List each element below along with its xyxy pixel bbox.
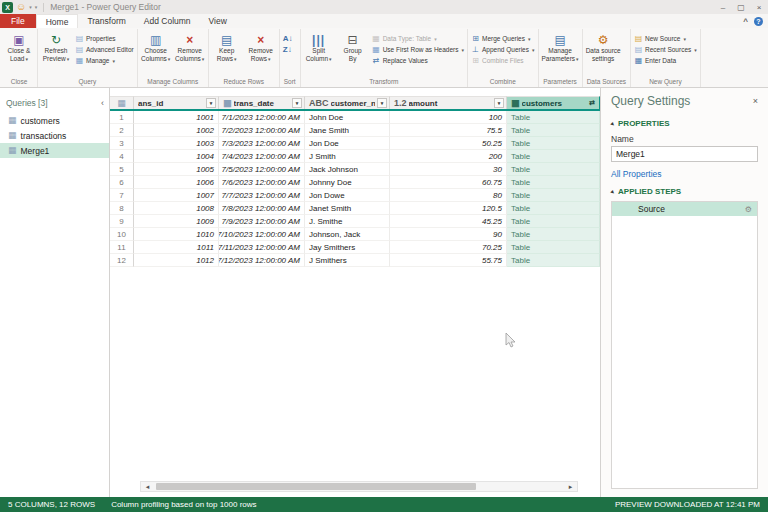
row-number[interactable]: 7 bbox=[110, 189, 134, 202]
cell-customers[interactable]: Table bbox=[507, 215, 600, 228]
cell-trans-date[interactable]: 7/11/2023 12:00:00 AM bbox=[219, 241, 305, 254]
cell-customer-name[interactable]: Janet Smith bbox=[305, 202, 390, 215]
tab-file[interactable]: File bbox=[0, 14, 36, 28]
row-number[interactable]: 1 bbox=[110, 111, 134, 124]
applied-step-source[interactable]: Source⚙ bbox=[612, 202, 757, 216]
cell-trans-date[interactable]: 7/1/2023 12:00:00 AM bbox=[219, 111, 305, 124]
row-number[interactable]: 9 bbox=[110, 215, 134, 228]
keep-rows-button[interactable]: ▤KeepRows▾ bbox=[210, 29, 244, 77]
row-number[interactable]: 2 bbox=[110, 124, 134, 137]
properties-button[interactable]: ▤Properties bbox=[73, 33, 136, 44]
cell-customer-name[interactable]: Jay Smithers bbox=[305, 241, 390, 254]
sidebar-item-transactions[interactable]: ▦transactions bbox=[0, 128, 109, 143]
cell-amount[interactable]: 70.25 bbox=[390, 241, 507, 254]
cell-ans-id[interactable]: 1003 bbox=[134, 137, 219, 150]
cell-customers[interactable]: Table bbox=[507, 163, 600, 176]
cell-amount[interactable]: 80 bbox=[390, 189, 507, 202]
column-header-customers[interactable]: ▦customers⇄ bbox=[507, 96, 600, 109]
row-number[interactable]: 11 bbox=[110, 241, 134, 254]
all-properties-link[interactable]: All Properties bbox=[611, 169, 758, 179]
cell-amount[interactable]: 30 bbox=[390, 163, 507, 176]
cell-customer-name[interactable]: J Smith bbox=[305, 150, 390, 163]
row-number[interactable]: 8 bbox=[110, 202, 134, 215]
split-column-button[interactable]: |||SplitColumn▾ bbox=[302, 29, 336, 77]
cell-trans-date[interactable]: 7/7/2023 12:00:00 AM bbox=[219, 189, 305, 202]
cell-ans-id[interactable]: 1005 bbox=[134, 163, 219, 176]
cell-amount[interactable]: 200 bbox=[390, 150, 507, 163]
tab-home[interactable]: Home bbox=[36, 14, 79, 28]
cell-amount[interactable]: 45.25 bbox=[390, 215, 507, 228]
column-header-amount[interactable]: 1.2amount▾ bbox=[390, 96, 507, 109]
column-header-customer-name[interactable]: ABCcustomer_name▾ bbox=[305, 96, 390, 109]
use-first-row-as-headers-button[interactable]: ▦Use First Row as Headers▾ bbox=[370, 44, 466, 55]
scroll-right-icon[interactable]: ▸ bbox=[564, 483, 577, 491]
tab-transform[interactable]: Transform bbox=[78, 14, 134, 28]
cell-amount[interactable]: 50.25 bbox=[390, 137, 507, 150]
quick-access-smiley-icon[interactable]: ☺ bbox=[16, 2, 26, 12]
cell-amount[interactable]: 90 bbox=[390, 228, 507, 241]
help-icon[interactable]: ? bbox=[754, 17, 763, 26]
row-number[interactable]: 5 bbox=[110, 163, 134, 176]
query-name-input[interactable] bbox=[611, 146, 758, 162]
cell-customer-name[interactable]: John Doe bbox=[305, 111, 390, 124]
cell-amount[interactable]: 100 bbox=[390, 111, 507, 124]
expand-column-icon[interactable]: ⇄ bbox=[589, 99, 597, 107]
cell-trans-date[interactable]: 7/2/2023 12:00:00 AM bbox=[219, 124, 305, 137]
merge-queries-button[interactable]: ⊞Merge Queries▾ bbox=[469, 33, 537, 44]
maximize-button[interactable]: ▢ bbox=[732, 0, 750, 14]
sidebar-item-merge1[interactable]: ▦Merge1 bbox=[0, 143, 109, 158]
refresh-preview-button[interactable]: ↻RefreshPreview▾ bbox=[39, 29, 73, 77]
cell-ans-id[interactable]: 1002 bbox=[134, 124, 219, 137]
filter-dropdown-icon[interactable]: ▾ bbox=[494, 98, 504, 108]
close-button[interactable]: × bbox=[750, 0, 768, 14]
cell-ans-id[interactable]: 1008 bbox=[134, 202, 219, 215]
data-type-table-button[interactable]: ▦Data Type: Table▾ bbox=[370, 33, 466, 44]
row-number[interactable]: 12 bbox=[110, 254, 134, 267]
cell-ans-id[interactable]: 1007 bbox=[134, 189, 219, 202]
column-header-ans-id[interactable]: ans_id▾ bbox=[134, 96, 219, 109]
cell-trans-date[interactable]: 7/6/2023 12:00:00 AM bbox=[219, 176, 305, 189]
filter-dropdown-icon[interactable]: ▾ bbox=[377, 98, 387, 108]
replace-values-button[interactable]: ⇄Replace Values bbox=[370, 55, 466, 66]
cell-customer-name[interactable]: J. Smithe bbox=[305, 215, 390, 228]
select-all-cell[interactable]: ▦ bbox=[110, 96, 134, 109]
cell-ans-id[interactable]: 1010 bbox=[134, 228, 219, 241]
cell-trans-date[interactable]: 7/4/2023 12:00:00 AM bbox=[219, 150, 305, 163]
cell-ans-id[interactable]: 1012 bbox=[134, 254, 219, 267]
collapse-queries-pane-icon[interactable]: ‹ bbox=[101, 99, 104, 108]
cell-customers[interactable]: Table bbox=[507, 176, 600, 189]
manage-button[interactable]: ▦Manage▾ bbox=[73, 55, 136, 66]
properties-section-header[interactable]: ▾ PROPERTIES bbox=[611, 119, 758, 128]
cell-ans-id[interactable]: 1011 bbox=[134, 241, 219, 254]
choose-columns-button[interactable]: ▥ChooseColumns▾ bbox=[139, 29, 173, 77]
row-number[interactable]: 4 bbox=[110, 150, 134, 163]
scrollbar-track[interactable] bbox=[154, 482, 564, 491]
sort-desc-button[interactable]: Z↓ bbox=[281, 44, 294, 55]
minimize-button[interactable]: – bbox=[714, 0, 732, 14]
cell-customers[interactable]: Table bbox=[507, 111, 600, 124]
cell-amount[interactable]: 60.75 bbox=[390, 176, 507, 189]
cell-trans-date[interactable]: 7/3/2023 12:00:00 AM bbox=[219, 137, 305, 150]
enter-data-button[interactable]: ▦Enter Data bbox=[632, 55, 699, 66]
manage-parameters-button[interactable]: ▤ManageParameters▾ bbox=[540, 29, 581, 77]
cell-customers[interactable]: Table bbox=[507, 254, 600, 267]
applied-steps-section-header[interactable]: ▾ APPLIED STEPS bbox=[611, 187, 758, 196]
cell-ans-id[interactable]: 1001 bbox=[134, 111, 219, 124]
cell-customers[interactable]: Table bbox=[507, 150, 600, 163]
remove-columns-button[interactable]: ×RemoveColumns▾ bbox=[173, 29, 207, 77]
sort-asc-button[interactable]: A↓ bbox=[281, 33, 294, 44]
cell-amount[interactable]: 55.75 bbox=[390, 254, 507, 267]
cell-ans-id[interactable]: 1006 bbox=[134, 176, 219, 189]
cell-customers[interactable]: Table bbox=[507, 228, 600, 241]
toolbar-customize-dropdown-icon[interactable]: ▾ bbox=[35, 5, 38, 10]
filter-dropdown-icon[interactable]: ▾ bbox=[292, 98, 302, 108]
row-number[interactable]: 6 bbox=[110, 176, 134, 189]
close-pane-icon[interactable]: × bbox=[753, 97, 758, 106]
cell-customer-name[interactable]: Johnson, Jack bbox=[305, 228, 390, 241]
cell-ans-id[interactable]: 1004 bbox=[134, 150, 219, 163]
filter-dropdown-icon[interactable]: ▾ bbox=[206, 98, 216, 108]
close-load-button[interactable]: ▣Close &Load▾ bbox=[2, 29, 36, 77]
collapse-ribbon-icon[interactable]: ^ bbox=[743, 17, 748, 26]
cell-customer-name[interactable]: J Smithers bbox=[305, 254, 390, 267]
cell-customers[interactable]: Table bbox=[507, 137, 600, 150]
